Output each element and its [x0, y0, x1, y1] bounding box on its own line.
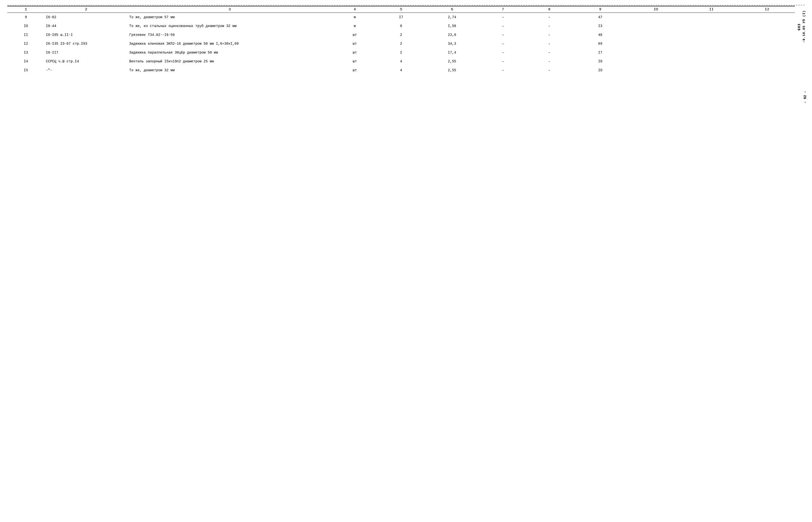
cell-col1: I5: [7, 66, 44, 75]
cell-col4: м: [331, 13, 378, 22]
cell-col3: То же, из стальных оцинкованных труб диа…: [128, 22, 331, 31]
cell-col6: 34,3: [424, 39, 480, 48]
header-col2: 2: [44, 6, 128, 13]
cell-col4: шт: [331, 57, 378, 66]
cell-col10: [628, 39, 684, 48]
cell-col8: –: [526, 31, 572, 39]
cell-col2: I6-I35 23-07 стр.I93: [44, 39, 128, 48]
cell-col11: [684, 48, 739, 57]
cell-col12: [739, 31, 795, 39]
dashed-top-line: [7, 5, 805, 5]
cell-col7: –: [480, 66, 526, 75]
cell-col10: [628, 31, 684, 39]
cell-col3: То же, диаметром 32 мм: [128, 66, 331, 75]
cell-col6: 2,55: [424, 57, 480, 66]
header-col9: 9: [572, 6, 628, 13]
header-col3: 3: [128, 6, 331, 13]
table-row: I3I6-II7Задвижка параллельная 30ц6р диам…: [7, 48, 795, 57]
cell-col9: 46: [572, 31, 628, 39]
cell-col8: –: [526, 22, 572, 31]
cell-col11: [684, 31, 739, 39]
cell-col11: [684, 22, 739, 31]
cell-col12: [739, 57, 795, 66]
header-col7: 7: [480, 6, 526, 13]
cell-col3: Вентиль запорный I5кч19п2 диаметром 25 м…: [128, 57, 331, 66]
cell-col9: 47: [572, 13, 628, 22]
table-row: I4ССРСЦ ч.Ш стр.I4Вентиль запорный I5кч1…: [7, 57, 795, 66]
cell-col12: [739, 39, 795, 48]
cell-col1: II: [7, 31, 44, 39]
cell-col4: шт: [331, 39, 378, 48]
cell-col5: 4: [378, 57, 424, 66]
cell-col1: I3: [7, 48, 44, 57]
side-label-bottom: - 92 -: [803, 91, 807, 103]
cell-col7: –: [480, 48, 526, 57]
cell-col3: Грязевик Т34.02--I6-50: [128, 31, 331, 39]
cell-col5: 2: [378, 31, 424, 39]
cell-col12: [739, 48, 795, 57]
cell-col8: –: [526, 66, 572, 75]
cell-col8: –: [526, 48, 572, 57]
header-col6: 6: [424, 6, 480, 13]
page-container: 1 2 3 4 5 6 7 8 9 IO II I2 9I6-82То же, …: [7, 5, 805, 152]
cell-col7: –: [480, 13, 526, 22]
cell-col2: I6-82: [44, 13, 128, 22]
table-row: IOI6-44То же, из стальных оцинкованных т…: [7, 22, 795, 31]
header-col12: I2: [739, 6, 795, 13]
cell-col1: I4: [7, 57, 44, 66]
cell-col6: I,58: [424, 22, 480, 31]
table-row: III8-I85 ш.II-IГрязевик Т34.02--I6-50шт2…: [7, 31, 795, 39]
cell-col7: –: [480, 22, 526, 31]
cell-col9: IO: [572, 57, 628, 66]
cell-col8: –: [526, 39, 572, 48]
cell-col12: [739, 13, 795, 22]
cell-col6: I7,4: [424, 48, 480, 57]
cell-col5: I7: [378, 13, 424, 22]
cell-col2: ССРСЦ ч.Ш стр.I4: [44, 57, 128, 66]
cell-col2: -"-: [44, 66, 128, 75]
cell-col11: [684, 13, 739, 22]
cell-col9: I3: [572, 22, 628, 31]
cell-col10: [628, 22, 684, 31]
cell-col8: –: [526, 57, 572, 66]
cell-col11: [684, 39, 739, 48]
cell-col10: [628, 48, 684, 57]
table-header-row: 1 2 3 4 5 6 7 8 9 IO II I2: [7, 6, 795, 13]
header-col11: II: [684, 6, 739, 13]
cell-col2: I8-I85 ш.II-I: [44, 31, 128, 39]
table-row: 9I6-82То же, диаметром 57 мммI72,74––47: [7, 13, 795, 22]
cell-col12: [739, 22, 795, 31]
cell-col1: 9: [7, 13, 44, 22]
table-row: I5-"-То же, диаметром 32 ммшт42,55––IO: [7, 66, 795, 75]
cell-col2: I6-II7: [44, 48, 128, 57]
header-col1: 1: [7, 6, 44, 13]
cell-col7: –: [480, 57, 526, 66]
cell-col1: I2: [7, 39, 44, 48]
cell-col4: м: [331, 22, 378, 31]
cell-col6: 2,74: [424, 13, 480, 22]
cell-col9: 69: [572, 39, 628, 48]
cell-col11: [684, 57, 739, 66]
table-row: I2I6-I35 23-07 стр.I93Задвижка клиновая …: [7, 39, 795, 48]
cell-col7: –: [480, 31, 526, 39]
header-col8: 8: [526, 6, 572, 13]
cell-col3: То же, диаметром 57 мм: [128, 13, 331, 22]
cell-col10: [628, 66, 684, 75]
cell-col11: [684, 66, 739, 75]
cell-col1: IO: [7, 22, 44, 31]
side-label-top: 603 -9.10.85 УП (I): [797, 5, 806, 49]
cell-col7: –: [480, 39, 526, 48]
cell-col5: 2: [378, 39, 424, 48]
header-col4: 4: [331, 6, 378, 13]
cell-col5: I: [378, 48, 424, 57]
cell-col9: I7: [572, 48, 628, 57]
cell-col6: 2,55: [424, 66, 480, 75]
cell-col10: [628, 13, 684, 22]
cell-col2: I6-44: [44, 22, 128, 31]
cell-col5: 8: [378, 22, 424, 31]
cell-col6: 23,0: [424, 31, 480, 39]
cell-col3: Задвижка параллельная 30ц6р диаметром 50…: [128, 48, 331, 57]
cell-col3: Задвижка клиновая ЗКП2-16 диаметром 50 м…: [128, 39, 331, 48]
cell-col4: шт: [331, 66, 378, 75]
cell-col4: шт: [331, 31, 378, 39]
